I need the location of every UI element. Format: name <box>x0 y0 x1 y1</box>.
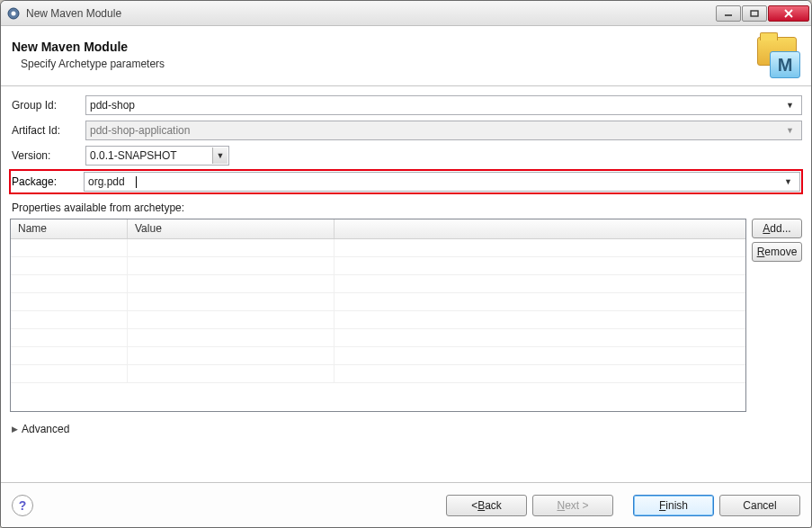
minimize-button[interactable] <box>716 5 741 22</box>
group-id-label: Group Id: <box>10 99 84 112</box>
version-input[interactable] <box>90 149 225 162</box>
text-cursor <box>136 176 137 188</box>
package-label: Package: <box>12 175 84 188</box>
artifact-id-row: Artifact Id: ▼ <box>10 119 802 142</box>
version-combo[interactable]: ▼ <box>85 146 229 166</box>
window-title: New Maven Module <box>26 7 121 20</box>
table-row[interactable] <box>11 275 745 293</box>
properties-table[interactable]: Name Value <box>10 219 746 412</box>
artifact-id-input <box>90 124 798 137</box>
table-header: Name Value <box>11 219 745 239</box>
chevron-down-icon[interactable]: ▼ <box>781 174 796 190</box>
wizard-header: New Maven Module Specify Archetype param… <box>1 26 811 86</box>
properties-section-label: Properties available from archetype: <box>10 196 802 217</box>
table-row[interactable] <box>11 329 745 347</box>
package-input[interactable] <box>88 175 135 188</box>
maximize-button[interactable] <box>742 5 767 22</box>
artifact-id-combo: ▼ <box>85 121 802 140</box>
table-row[interactable] <box>11 365 745 383</box>
wizard-footer: ? < Back Next > Finish Cancel <box>1 482 811 527</box>
table-side-buttons: Add... Remove <box>752 219 802 412</box>
group-id-combo[interactable]: ▼ <box>85 95 802 115</box>
svg-rect-3 <box>751 11 758 16</box>
cancel-button[interactable]: Cancel <box>719 495 800 516</box>
version-row: Version: ▼ <box>10 144 802 167</box>
next-button: Next > <box>532 495 613 516</box>
dialog-window: New Maven Module New Maven Module Specif… <box>0 0 812 528</box>
page-description: Specify Archetype parameters <box>12 58 165 70</box>
table-row[interactable] <box>11 293 745 311</box>
column-header-spacer <box>335 219 745 238</box>
finish-button[interactable]: Finish <box>633 495 714 516</box>
table-row[interactable] <box>11 311 745 329</box>
group-id-row: Group Id: ▼ <box>10 94 802 117</box>
table-row[interactable] <box>11 239 745 257</box>
package-row-highlighted: Package: ▼ <box>9 169 803 194</box>
content-area: Group Id: ▼ Artifact Id: ▼ Version: ▼ Pa… <box>1 86 811 482</box>
help-button[interactable]: ? <box>12 495 33 516</box>
triangle-right-icon: ▶ <box>12 425 18 434</box>
package-combo[interactable]: ▼ <box>84 172 800 192</box>
close-button[interactable] <box>768 5 809 22</box>
column-header-value[interactable]: Value <box>128 219 335 238</box>
page-title: New Maven Module <box>12 40 165 54</box>
remove-button[interactable]: Remove <box>752 242 802 262</box>
artifact-id-label: Artifact Id: <box>10 124 84 137</box>
column-header-name[interactable]: Name <box>11 219 128 238</box>
table-row[interactable] <box>11 257 745 275</box>
advanced-expander[interactable]: ▶ Advanced <box>10 414 802 437</box>
table-body[interactable] <box>11 239 745 411</box>
group-id-input[interactable] <box>90 99 798 112</box>
chevron-down-icon: ▼ <box>782 122 798 139</box>
advanced-label: Advanced <box>22 423 69 435</box>
chevron-down-icon[interactable]: ▼ <box>212 148 228 164</box>
add-button[interactable]: Add... <box>752 219 802 238</box>
titlebar[interactable]: New Maven Module <box>1 1 811 26</box>
properties-area: Name Value Add... Remove <box>10 219 802 412</box>
app-icon <box>6 6 21 21</box>
svg-point-1 <box>12 11 16 15</box>
maven-banner-icon: M <box>755 33 799 76</box>
chevron-down-icon[interactable]: ▼ <box>782 97 798 113</box>
back-button[interactable]: < Back <box>446 495 527 516</box>
table-row[interactable] <box>11 347 745 365</box>
version-label: Version: <box>10 149 84 162</box>
window-controls <box>716 5 811 22</box>
